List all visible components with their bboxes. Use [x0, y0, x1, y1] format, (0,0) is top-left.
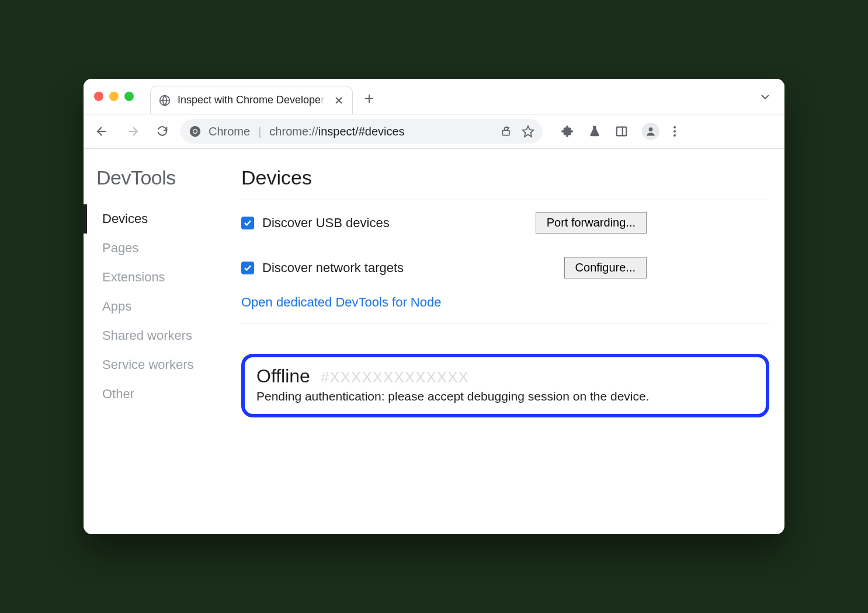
tab-title: Inspect with Chrome Developer	[178, 94, 324, 106]
close-window-button[interactable]	[94, 92, 103, 101]
svg-rect-6	[617, 127, 627, 136]
port-forwarding-button[interactable]: Port forwarding...	[536, 212, 647, 234]
labs-icon[interactable]	[588, 125, 601, 138]
back-button[interactable]	[95, 124, 109, 138]
omnibox-label: Chrome	[209, 125, 250, 138]
new-tab-button[interactable]	[363, 93, 375, 105]
share-icon[interactable]	[501, 126, 512, 137]
sidebar-item-service-workers[interactable]: Service workers	[96, 350, 230, 379]
toolbar-right	[561, 123, 676, 140]
discover-usb-label[interactable]: Discover USB devices	[241, 215, 390, 231]
checkbox-checked-icon[interactable]	[241, 262, 254, 274]
svg-marker-5	[523, 126, 533, 137]
sidebar: DevTools Devices Pages Extensions Apps S…	[84, 166, 230, 517]
open-devtools-node-link[interactable]: Open dedicated DevTools for Node	[241, 290, 441, 323]
maximize-window-button[interactable]	[124, 92, 134, 101]
sidebar-title: DevTools	[96, 166, 230, 189]
sidebar-item-apps[interactable]: Apps	[96, 292, 230, 321]
checkbox-checked-icon[interactable]	[241, 217, 254, 229]
browser-window: Inspect with Chrome Developer	[84, 79, 784, 534]
chrome-icon	[189, 125, 202, 138]
discover-network-text: Discover network targets	[262, 260, 404, 276]
sidebar-item-pages[interactable]: Pages	[96, 234, 230, 263]
traffic-lights	[94, 92, 134, 101]
sidebar-item-devices[interactable]: Devices	[84, 204, 230, 234]
globe-icon	[159, 95, 171, 106]
discover-usb-text: Discover USB devices	[262, 215, 390, 231]
close-tab-icon[interactable]	[335, 96, 343, 105]
configure-button[interactable]: Configure...	[564, 257, 647, 278]
offline-device-id: #XXXXXXXXXXXXX	[321, 368, 469, 386]
sidebar-list: Devices Pages Extensions Apps Shared wor…	[96, 204, 230, 409]
profile-avatar[interactable]	[642, 123, 659, 140]
sidebar-item-extensions[interactable]: Extensions	[96, 263, 230, 292]
offline-status: Offline	[256, 365, 310, 387]
titlebar: Inspect with Chrome Developer	[84, 79, 784, 114]
sidebar-item-other[interactable]: Other	[96, 379, 230, 409]
omnibox-url: chrome://inspect/#devices	[269, 125, 404, 138]
discover-network-label[interactable]: Discover network targets	[241, 260, 404, 276]
discover-network-row: Discover network targets Configure...	[241, 245, 769, 290]
content: DevTools Devices Pages Extensions Apps S…	[84, 149, 784, 534]
side-panel-icon[interactable]	[615, 125, 628, 138]
discover-usb-row: Discover USB devices Port forwarding...	[241, 200, 769, 245]
nav-buttons	[95, 124, 169, 138]
forward-button[interactable]	[126, 124, 140, 138]
svg-rect-4	[502, 130, 509, 135]
extensions-icon[interactable]	[561, 125, 574, 138]
browser-tab[interactable]: Inspect with Chrome Developer	[150, 86, 353, 114]
reload-button[interactable]	[156, 125, 169, 138]
offline-device-box: Offline #XXXXXXXXXXXXX Pending authentic…	[241, 354, 769, 417]
menu-kebab-icon[interactable]	[673, 126, 676, 137]
main-panel: Devices Discover USB devices Port forwar…	[230, 166, 779, 517]
svg-point-8	[649, 127, 653, 131]
divider	[241, 323, 769, 323]
tab-list-chevron-icon[interactable]	[760, 92, 770, 102]
bookmark-star-icon[interactable]	[522, 125, 534, 138]
address-bar[interactable]: Chrome | chrome://inspect/#devices	[180, 119, 543, 144]
svg-point-3	[193, 130, 197, 133]
toolbar: Chrome | chrome://inspect/#devices	[84, 114, 784, 149]
page-heading: Devices	[241, 166, 769, 189]
omnibox-separator: |	[258, 125, 261, 138]
minimize-window-button[interactable]	[109, 92, 119, 101]
sidebar-item-shared-workers[interactable]: Shared workers	[96, 321, 230, 350]
offline-message: Pending authentication: please accept de…	[256, 389, 754, 403]
